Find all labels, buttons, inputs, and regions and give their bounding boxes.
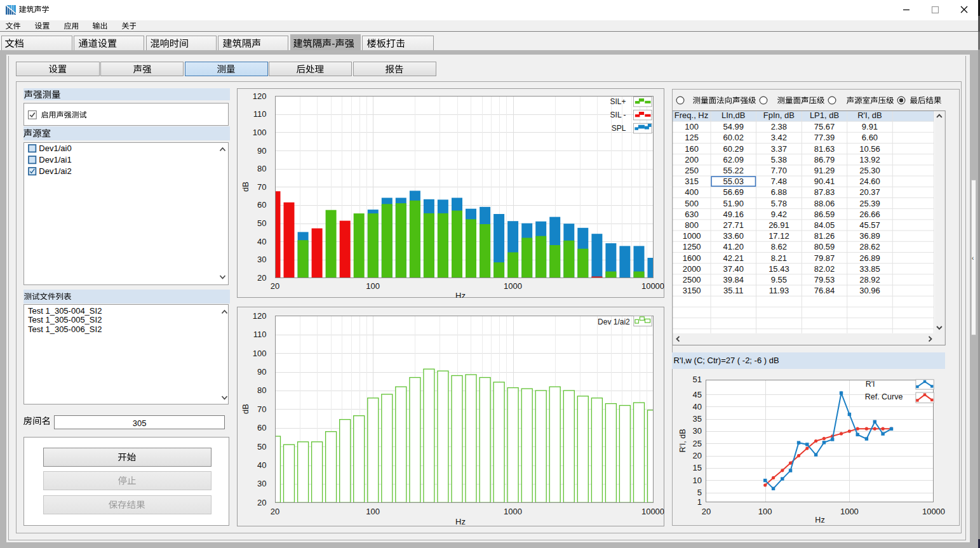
svg-text:7.48: 7.48	[770, 177, 786, 187]
svg-text:Hz: Hz	[455, 517, 466, 526]
svg-text:86.59: 86.59	[814, 210, 835, 219]
svg-text:55.22: 55.22	[723, 166, 744, 175]
svg-text:1000: 1000	[504, 507, 522, 516]
svg-text:100: 100	[366, 281, 380, 291]
svg-text:11.93: 11.93	[769, 286, 789, 296]
svg-text:2000: 2000	[682, 264, 701, 274]
svg-text:100: 100	[685, 123, 699, 132]
svg-text:1000: 1000	[840, 507, 858, 516]
svg-text:40: 40	[692, 402, 701, 411]
svg-text:5.78: 5.78	[770, 199, 786, 208]
svg-text:49.16: 49.16	[723, 210, 744, 219]
svg-text:10000: 10000	[641, 281, 664, 291]
svg-text:79.53: 79.53	[814, 275, 835, 284]
svg-text:35.11: 35.11	[723, 286, 744, 296]
svg-text:39.84: 39.84	[723, 275, 744, 284]
svg-text:50: 50	[257, 218, 266, 228]
svg-text:28.92: 28.92	[859, 275, 880, 284]
svg-text:30: 30	[257, 479, 266, 488]
svg-text:3.42: 3.42	[770, 133, 786, 143]
svg-text:80: 80	[257, 164, 266, 173]
svg-text:20: 20	[270, 507, 279, 516]
svg-text:90.41: 90.41	[814, 177, 835, 187]
svg-text:800: 800	[685, 220, 699, 230]
svg-text:Dev 1/ai2: Dev 1/ai2	[598, 317, 630, 326]
svg-text:R'I: R'I	[865, 380, 875, 389]
svg-text:SPL: SPL	[611, 124, 626, 133]
svg-text:1000: 1000	[682, 232, 701, 241]
svg-text:79.87: 79.87	[814, 253, 835, 263]
svg-text:33.85: 33.85	[859, 264, 880, 274]
svg-text:160: 160	[685, 144, 699, 154]
svg-text:24.60: 24.60	[859, 177, 880, 187]
svg-text:Hz: Hz	[815, 516, 824, 525]
svg-text:5.38: 5.38	[770, 155, 786, 164]
svg-text:90: 90	[257, 367, 266, 377]
svg-text:630: 630	[685, 210, 699, 219]
svg-text:26.91: 26.91	[769, 220, 789, 230]
svg-text:51: 51	[692, 375, 701, 384]
svg-text:8.21: 8.21	[770, 253, 786, 263]
svg-text:400: 400	[685, 188, 699, 197]
svg-text:88.06: 88.06	[814, 199, 835, 208]
svg-text:125: 125	[685, 133, 699, 143]
svg-text:100: 100	[252, 127, 266, 137]
svg-text:1250: 1250	[682, 243, 701, 252]
svg-text:10.56: 10.56	[859, 144, 880, 154]
svg-text:9.42: 9.42	[770, 210, 786, 219]
svg-text:SIL -: SIL -	[610, 110, 626, 119]
svg-text:81.26: 81.26	[814, 232, 835, 241]
svg-text:20: 20	[257, 497, 266, 507]
svg-text:40: 40	[257, 236, 266, 246]
svg-text:2.38: 2.38	[770, 123, 786, 132]
svg-text:45.57: 45.57	[859, 220, 880, 230]
svg-text:15: 15	[692, 463, 701, 472]
svg-text:26.66: 26.66	[859, 210, 880, 219]
svg-text:60: 60	[257, 200, 266, 210]
svg-text:9.55: 9.55	[770, 275, 786, 284]
svg-text:35: 35	[692, 414, 701, 424]
svg-text:SIL+: SIL+	[610, 97, 626, 106]
svg-text:30: 30	[692, 427, 701, 436]
svg-text:2500: 2500	[682, 275, 701, 284]
svg-text:30.96: 30.96	[859, 286, 880, 296]
svg-text:25: 25	[692, 439, 701, 448]
svg-text:250: 250	[685, 166, 699, 175]
svg-text:20: 20	[270, 281, 279, 291]
svg-text:10: 10	[692, 476, 701, 485]
svg-text:100: 100	[758, 507, 772, 516]
svg-text:R'I, dB: R'I, dB	[678, 429, 687, 452]
svg-text:42.21: 42.21	[723, 253, 744, 263]
svg-text:1: 1	[697, 497, 701, 507]
svg-text:27.71: 27.71	[723, 220, 744, 230]
svg-text:3.37: 3.37	[770, 144, 786, 154]
svg-text:82.02: 82.02	[814, 264, 835, 274]
svg-text:70: 70	[257, 404, 266, 413]
svg-text:60.29: 60.29	[723, 144, 744, 154]
svg-text:56.69: 56.69	[723, 188, 744, 197]
svg-text:1600: 1600	[682, 253, 701, 263]
svg-text:15.43: 15.43	[769, 264, 789, 274]
svg-text:dB: dB	[241, 182, 250, 192]
svg-text:25.30: 25.30	[859, 166, 880, 175]
svg-text:500: 500	[685, 199, 699, 208]
svg-text:37.40: 37.40	[723, 264, 744, 274]
svg-text:77.39: 77.39	[814, 133, 835, 143]
svg-text:60: 60	[257, 423, 266, 432]
svg-text:60.02: 60.02	[723, 133, 744, 143]
svg-text:20: 20	[692, 451, 701, 460]
svg-text:6.88: 6.88	[770, 188, 786, 197]
svg-text:81.63: 81.63	[814, 144, 835, 154]
svg-text:26.89: 26.89	[859, 253, 880, 263]
svg-text:30: 30	[257, 255, 266, 264]
svg-text:76.84: 76.84	[814, 286, 835, 296]
svg-text:17.12: 17.12	[769, 232, 789, 241]
svg-text:LP1, dB: LP1, dB	[810, 111, 839, 121]
svg-text:90: 90	[257, 145, 266, 155]
svg-text:41.20: 41.20	[723, 243, 744, 252]
svg-text:LIn,dB: LIn,dB	[722, 111, 746, 121]
svg-text:91.29: 91.29	[814, 166, 835, 175]
svg-text:84.05: 84.05	[814, 220, 835, 230]
svg-text:33.60: 33.60	[723, 232, 744, 241]
svg-text:Hz: Hz	[455, 290, 466, 298]
